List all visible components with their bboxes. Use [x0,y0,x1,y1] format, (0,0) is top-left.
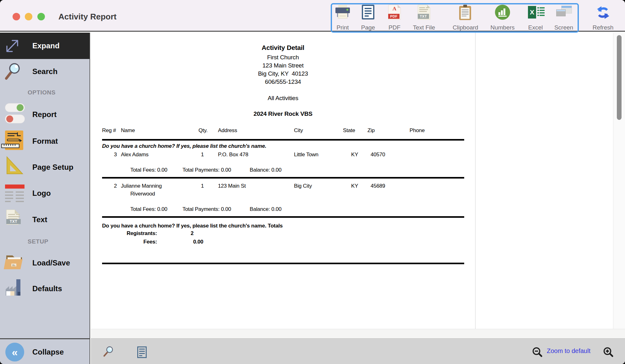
toolbar-page-button[interactable]: Page [353,5,383,31]
format-icon [5,131,23,150]
table-header-row: Reg # Name Qty. Address City State Zip P… [91,127,475,135]
org-name: First Church [91,54,475,61]
fees-label: Fees: [102,239,157,245]
fees-value: 0.00 [193,239,203,245]
report-toggle-on[interactable] [5,103,25,112]
text-txt-icon: TXT [6,210,19,225]
zoom-window-button[interactable] [37,13,45,20]
window-title: Activity Report [58,12,117,22]
screen-windows-icon [556,5,572,20]
grand-totals-heading: Do you have a church home? If yes, pleas… [102,223,283,229]
page-icon [362,5,374,19]
toolbar-clipboard-label: Clipboard [453,24,478,31]
page-edge-divider [475,33,476,329]
table-rule [102,177,464,179]
toolbar-textfile-label: Text File [413,24,435,31]
fees-row: Fees: 0.00 [91,239,475,246]
zoom-in-icon[interactable] [603,347,614,358]
record-name2-row: Riverwood [91,191,475,198]
search-label: Search [32,67,57,76]
toolbar-pdf-label: PDF [389,24,400,31]
logo-icon [5,185,24,203]
horizontal-scroll-area[interactable] [91,329,625,338]
text-label: Text [32,215,47,224]
options-section-header: OPTIONS [28,89,56,96]
pdf-file-icon: A PDF [388,5,401,20]
collapse-label: Collapse [32,348,64,356]
expand-label: Expand [32,41,60,50]
col-state: State [343,127,355,134]
toolbar-textfile-button[interactable]: TXT Text File [409,5,439,31]
app-window: Activity Report Print Page A PDF [0,0,625,364]
record-totals-row: Total Fees: 0.00 Total Payments: 0.00 Ba… [91,206,475,214]
toolbar-excel-label: Excel [528,24,543,31]
minimize-window-button[interactable] [25,13,32,20]
registrants-row: Registrants: 2 [91,230,475,238]
toolbar-clipboard-button[interactable]: Clipboard [450,5,481,31]
col-name: Name [121,127,135,134]
toolbar-refresh-button[interactable]: Refresh [588,5,618,31]
toolbar-screen-button[interactable]: Screen [549,5,579,31]
printer-icon [335,5,351,20]
title-bar: Activity Report Print Page A PDF [0,0,625,32]
search-icon [4,62,23,82]
report-label: Report [32,110,57,119]
toolbar-screen-label: Screen [554,24,573,31]
folder-icon [4,251,24,270]
scrollbar-thumb[interactable] [617,35,622,120]
clipboard-icon [458,5,473,20]
report-toggle-off[interactable] [5,115,25,123]
col-zip: Zip [367,127,375,134]
col-reg: Reg # [102,127,116,134]
refresh-icon [595,5,611,20]
grand-totals-heading-row: Do you have a church home? If yes, pleas… [91,223,475,230]
registrants-value: 2 [191,230,193,237]
toolbar-excel-button[interactable]: X Excel [520,5,551,31]
org-address: 123 Main Street [91,62,475,69]
logo-label: Logo [32,189,51,198]
toolbar-print-label: Print [336,24,349,31]
activity-name: 2024 River Rock VBS [91,110,475,117]
section-header: Do you have a church home? If yes, pleas… [102,143,266,149]
defaults-label: Defaults [32,284,62,293]
toolbar-pdf-button[interactable]: A PDF PDF [379,5,410,31]
report-preview-area: Activity Detail First Church 123 Main St… [91,33,625,364]
setup-section-header: SETUP [28,238,48,245]
section-header-row: Do you have a church home? If yes, pleas… [91,143,475,151]
table-rule [102,139,464,141]
toolbar-numbers-button[interactable]: Numbers [487,5,518,31]
load-save-label: Load/Save [32,259,70,267]
page-setup-triangle-icon [4,156,24,175]
format-label: Format [32,137,58,146]
col-phone: Phone [410,127,425,134]
report-document: Activity Detail First Church 123 Main St… [91,33,475,329]
table-row: 2 Julianne Manning 1 123 Main St Big Cit… [91,183,475,190]
excel-icon: X [528,5,543,20]
toolbar-page-label: Page [361,24,375,31]
report-title: Activity Detail [91,44,475,51]
zoom-to-default-link[interactable]: Zoom to default [547,347,590,355]
txt-file-icon: TXT [418,5,430,20]
sidebar-item-expand[interactable]: Expand [0,33,90,59]
col-city: City [294,127,303,134]
pdf-badge: PDF [388,14,399,19]
vertical-scrollbar[interactable] [613,33,625,329]
col-address: Address [218,127,237,134]
collapse-chevrons-icon: « [5,343,24,361]
toolbar-numbers-label: Numbers [490,24,514,31]
org-phone: 606/555-1234 [91,78,475,85]
table-rule [102,263,464,264]
close-window-button[interactable] [13,13,20,20]
sidebar-item-collapse[interactable]: « Collapse [0,338,90,364]
zoom-out-icon[interactable] [532,347,543,358]
text-view-icon[interactable] [137,346,147,358]
table-rule [102,216,464,218]
toolbar-refresh-label: Refresh [593,24,614,31]
magnify-tool-icon[interactable] [102,344,115,359]
record-totals-row: Total Fees: 0.00 Total Payments: 0.00 Ba… [91,167,475,174]
expand-arrows-icon [4,37,20,55]
col-qty: Qty. [198,127,208,134]
text-txt-badge: TXT [6,219,21,224]
status-bar: Zoom to default [91,338,625,364]
txt-badge: TXT [418,14,429,19]
